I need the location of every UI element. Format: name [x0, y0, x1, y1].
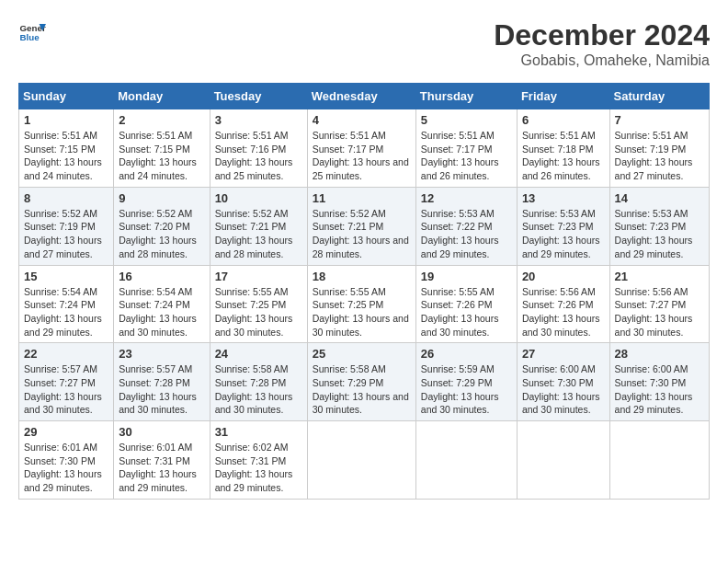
day-info: Sunrise: 5:52 AMSunset: 7:21 PMDaylight:… — [215, 208, 293, 259]
day-number: 29 — [24, 425, 108, 439]
calendar-cell: 12 Sunrise: 5:53 AMSunset: 7:22 PMDaylig… — [415, 187, 517, 265]
day-info: Sunrise: 5:56 AMSunset: 7:26 PMDaylight:… — [522, 286, 600, 338]
calendar-cell: 4 Sunrise: 5:51 AMSunset: 7:17 PMDayligh… — [307, 109, 415, 188]
day-number: 1 — [24, 113, 108, 127]
day-number: 4 — [313, 113, 411, 127]
day-number: 31 — [215, 425, 302, 439]
day-info: Sunrise: 5:55 AMSunset: 7:25 PMDaylight:… — [313, 286, 409, 338]
day-number: 23 — [119, 347, 204, 361]
calendar-cell — [609, 421, 709, 500]
day-info: Sunrise: 5:58 AMSunset: 7:29 PMDaylight:… — [313, 363, 409, 415]
calendar-cell: 11 Sunrise: 5:52 AMSunset: 7:21 PMDaylig… — [307, 187, 415, 265]
day-info: Sunrise: 5:57 AMSunset: 7:28 PMDaylight:… — [119, 363, 197, 415]
calendar-cell: 26 Sunrise: 5:59 AMSunset: 7:29 PMDaylig… — [415, 343, 517, 421]
calendar-cell: 15 Sunrise: 5:54 AMSunset: 7:24 PMDaylig… — [19, 265, 114, 343]
day-info: Sunrise: 6:02 AMSunset: 7:31 PMDaylight:… — [215, 442, 293, 493]
day-number: 7 — [615, 113, 704, 127]
day-number: 28 — [615, 347, 704, 361]
day-number: 5 — [421, 113, 512, 127]
day-number: 16 — [119, 270, 204, 283]
header-day-tuesday: Tuesday — [210, 84, 307, 109]
calendar-cell: 20 Sunrise: 5:56 AMSunset: 7:26 PMDaylig… — [517, 265, 609, 343]
calendar-header: SundayMondayTuesdayWednesdayThursdayFrid… — [19, 84, 710, 109]
title-area: December 2024 Gobabis, Omaheke, Namibia — [494, 18, 710, 69]
day-number: 11 — [313, 191, 411, 205]
day-info: Sunrise: 5:51 AMSunset: 7:18 PMDaylight:… — [522, 130, 600, 181]
day-info: Sunrise: 5:55 AMSunset: 7:26 PMDaylight:… — [421, 286, 499, 338]
day-info: Sunrise: 5:53 AMSunset: 7:23 PMDaylight:… — [522, 208, 600, 259]
calendar-week-3: 15 Sunrise: 5:54 AMSunset: 7:24 PMDaylig… — [19, 265, 710, 343]
calendar-cell: 14 Sunrise: 5:53 AMSunset: 7:23 PMDaylig… — [609, 187, 709, 265]
day-info: Sunrise: 5:51 AMSunset: 7:19 PMDaylight:… — [615, 130, 693, 181]
calendar-cell — [415, 421, 517, 500]
calendar-cell: 30 Sunrise: 6:01 AMSunset: 7:31 PMDaylig… — [114, 421, 210, 500]
day-number: 13 — [522, 191, 605, 205]
day-number: 9 — [119, 191, 204, 205]
subtitle: Gobabis, Omaheke, Namibia — [494, 52, 710, 69]
day-info: Sunrise: 5:57 AMSunset: 7:27 PMDaylight:… — [24, 363, 102, 415]
svg-text:Blue: Blue — [20, 32, 40, 42]
day-number: 24 — [215, 347, 302, 361]
day-info: Sunrise: 5:52 AMSunset: 7:20 PMDaylight:… — [119, 208, 197, 259]
calendar-cell: 21 Sunrise: 5:56 AMSunset: 7:27 PMDaylig… — [609, 265, 709, 343]
day-info: Sunrise: 5:51 AMSunset: 7:17 PMDaylight:… — [421, 130, 499, 181]
calendar-cell: 7 Sunrise: 5:51 AMSunset: 7:19 PMDayligh… — [609, 109, 709, 188]
day-number: 20 — [522, 270, 605, 283]
calendar-cell: 16 Sunrise: 5:54 AMSunset: 7:24 PMDaylig… — [114, 265, 210, 343]
calendar-cell: 8 Sunrise: 5:52 AMSunset: 7:19 PMDayligh… — [19, 187, 114, 265]
day-number: 15 — [24, 270, 108, 283]
calendar-cell: 6 Sunrise: 5:51 AMSunset: 7:18 PMDayligh… — [517, 109, 609, 188]
header-day-sunday: Sunday — [19, 84, 114, 109]
day-info: Sunrise: 6:00 AMSunset: 7:30 PMDaylight:… — [615, 363, 693, 415]
day-info: Sunrise: 5:52 AMSunset: 7:19 PMDaylight:… — [24, 208, 102, 259]
day-number: 25 — [313, 347, 411, 361]
calendar-week-4: 22 Sunrise: 5:57 AMSunset: 7:27 PMDaylig… — [19, 343, 710, 421]
calendar-cell: 29 Sunrise: 6:01 AMSunset: 7:30 PMDaylig… — [19, 421, 114, 500]
day-info: Sunrise: 5:51 AMSunset: 7:15 PMDaylight:… — [119, 130, 197, 181]
calendar-table: SundayMondayTuesdayWednesdayThursdayFrid… — [18, 83, 710, 500]
day-number: 12 — [421, 191, 512, 205]
calendar-cell: 22 Sunrise: 5:57 AMSunset: 7:27 PMDaylig… — [19, 343, 114, 421]
day-number: 22 — [24, 347, 108, 361]
day-number: 17 — [215, 270, 302, 283]
calendar-cell: 2 Sunrise: 5:51 AMSunset: 7:15 PMDayligh… — [114, 109, 210, 188]
day-info: Sunrise: 5:53 AMSunset: 7:23 PMDaylight:… — [615, 208, 693, 259]
day-info: Sunrise: 6:01 AMSunset: 7:31 PMDaylight:… — [119, 442, 197, 493]
day-info: Sunrise: 5:53 AMSunset: 7:22 PMDaylight:… — [421, 208, 499, 259]
calendar-week-2: 8 Sunrise: 5:52 AMSunset: 7:19 PMDayligh… — [19, 187, 710, 265]
day-number: 30 — [119, 425, 204, 439]
day-number: 21 — [615, 270, 704, 283]
day-number: 3 — [215, 113, 302, 127]
day-info: Sunrise: 5:55 AMSunset: 7:25 PMDaylight:… — [215, 286, 293, 338]
calendar-cell: 1 Sunrise: 5:51 AMSunset: 7:15 PMDayligh… — [19, 109, 114, 188]
calendar-week-5: 29 Sunrise: 6:01 AMSunset: 7:30 PMDaylig… — [19, 421, 710, 500]
day-number: 8 — [24, 191, 108, 205]
day-number: 27 — [522, 347, 605, 361]
day-number: 19 — [421, 270, 512, 283]
day-info: Sunrise: 5:58 AMSunset: 7:28 PMDaylight:… — [215, 363, 293, 415]
calendar-cell: 5 Sunrise: 5:51 AMSunset: 7:17 PMDayligh… — [415, 109, 517, 188]
header-day-saturday: Saturday — [609, 84, 709, 109]
calendar-week-1: 1 Sunrise: 5:51 AMSunset: 7:15 PMDayligh… — [19, 109, 710, 188]
day-number: 6 — [522, 113, 605, 127]
header-day-monday: Monday — [114, 84, 210, 109]
calendar-cell — [517, 421, 609, 500]
calendar-cell: 24 Sunrise: 5:58 AMSunset: 7:28 PMDaylig… — [210, 343, 307, 421]
day-number: 10 — [215, 191, 302, 205]
calendar-cell: 3 Sunrise: 5:51 AMSunset: 7:16 PMDayligh… — [210, 109, 307, 188]
day-info: Sunrise: 5:59 AMSunset: 7:29 PMDaylight:… — [421, 363, 499, 415]
day-info: Sunrise: 6:00 AMSunset: 7:30 PMDaylight:… — [522, 363, 600, 415]
logo: General Blue — [18, 18, 46, 46]
calendar-cell: 17 Sunrise: 5:55 AMSunset: 7:25 PMDaylig… — [210, 265, 307, 343]
day-info: Sunrise: 5:51 AMSunset: 7:15 PMDaylight:… — [24, 130, 102, 181]
calendar-cell: 25 Sunrise: 5:58 AMSunset: 7:29 PMDaylig… — [307, 343, 415, 421]
header-day-thursday: Thursday — [415, 84, 517, 109]
calendar-cell: 18 Sunrise: 5:55 AMSunset: 7:25 PMDaylig… — [307, 265, 415, 343]
calendar-cell: 23 Sunrise: 5:57 AMSunset: 7:28 PMDaylig… — [114, 343, 210, 421]
day-number: 18 — [313, 270, 411, 283]
calendar-cell: 9 Sunrise: 5:52 AMSunset: 7:20 PMDayligh… — [114, 187, 210, 265]
day-info: Sunrise: 5:54 AMSunset: 7:24 PMDaylight:… — [119, 286, 197, 338]
day-info: Sunrise: 5:51 AMSunset: 7:17 PMDaylight:… — [313, 130, 409, 181]
header-day-friday: Friday — [517, 84, 609, 109]
calendar-cell: 10 Sunrise: 5:52 AMSunset: 7:21 PMDaylig… — [210, 187, 307, 265]
